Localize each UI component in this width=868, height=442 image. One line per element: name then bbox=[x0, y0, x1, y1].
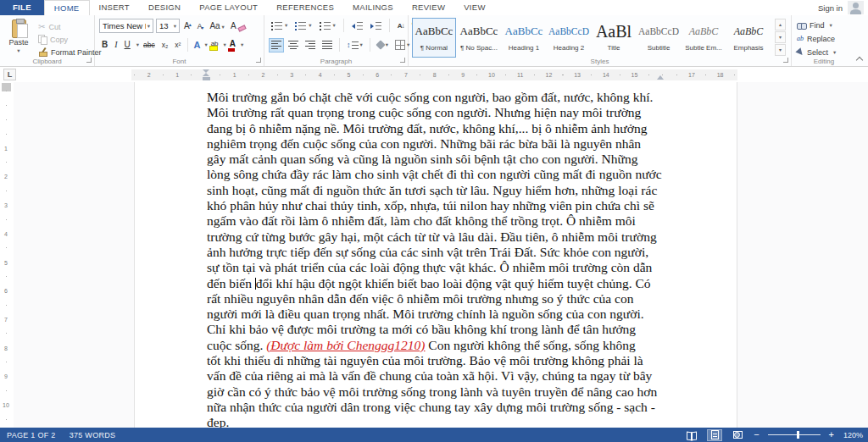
clipboard-dialog-launcher[interactable] bbox=[86, 58, 92, 63]
text-line[interactable]: tốt khi thiếu đi những tài nguyên của mô… bbox=[207, 353, 671, 368]
increase-indent-button[interactable] bbox=[368, 19, 384, 33]
line-spacing-button[interactable]: ↕▾ bbox=[344, 38, 365, 52]
styles-scroll-up-button[interactable]: ▴ bbox=[775, 19, 786, 30]
style-normal[interactable]: AaBbCc¶ Normal bbox=[412, 18, 456, 58]
text-line[interactable]: đến biến đổi khí hậu đột ngột khiến biết… bbox=[207, 276, 671, 291]
multilevel-list-button[interactable]: ▾ bbox=[317, 19, 338, 33]
grow-font-button[interactable]: A▴ bbox=[182, 20, 193, 31]
sort-button[interactable]: A↓ bbox=[395, 19, 407, 32]
replace-button[interactable]: ab Replace bbox=[797, 32, 836, 45]
align-right-button[interactable] bbox=[303, 38, 318, 52]
subscript-button[interactable]: x₂ bbox=[159, 39, 171, 51]
document-text[interactable]: Môi trường gắn bó chặt chẽ với cuộc sống… bbox=[207, 90, 671, 428]
font-dialog-launcher[interactable] bbox=[256, 58, 261, 63]
strikethrough-button[interactable]: abc bbox=[141, 39, 158, 51]
paste-dropdown-icon[interactable]: ▾ bbox=[17, 47, 19, 54]
tab-review[interactable]: REVIEW bbox=[403, 0, 454, 15]
bullets-button[interactable]: ▾ bbox=[269, 19, 290, 33]
text-line[interactable]: Chỉ khi bảo vệ được môi trường ta mới có… bbox=[207, 322, 671, 337]
tab-page-layout[interactable]: PAGE LAYOUT bbox=[190, 0, 267, 15]
text-line[interactable]: giờ cần có ý thức bảo vệ môi trường sống… bbox=[207, 384, 671, 400]
select-button[interactable]: Select ▾ bbox=[797, 46, 836, 58]
copy-button[interactable]: Copy bbox=[38, 33, 102, 46]
styles-scroll-down-button[interactable]: ▾ bbox=[775, 31, 786, 43]
text-line[interactable]: nghiêm trọng đến cuộc sống của con người… bbox=[207, 136, 671, 152]
styles-more-button[interactable]: ▾ bbox=[775, 44, 786, 56]
tab-selector[interactable]: L bbox=[3, 69, 16, 80]
bold-button[interactable]: B bbox=[99, 39, 110, 51]
print-layout-button[interactable] bbox=[707, 429, 722, 441]
text-line[interactable]: vấn đề của riêng ai mà là vấn đề chung c… bbox=[207, 368, 671, 384]
font-size-combo[interactable]: 13 ▾ bbox=[156, 19, 180, 33]
font-family-combo[interactable]: Times New Ro ▾ bbox=[99, 19, 153, 33]
numbering-button[interactable]: ▾ bbox=[292, 19, 314, 33]
justify-button[interactable] bbox=[320, 38, 335, 52]
tab-design[interactable]: DESIGN bbox=[139, 0, 190, 15]
text-line[interactable]: trường cứ từng bước gây hại, một cách từ… bbox=[207, 229, 671, 245]
cut-button[interactable]: ✂ Cut bbox=[38, 20, 102, 33]
user-avatar-icon[interactable] bbox=[848, 1, 864, 14]
text-line[interactable]: cuộc sống. (Được làm bởi Chenggg1210) Co… bbox=[207, 338, 671, 353]
text-line[interactable]: lòng sông chứa đầy rác làm cho sinh vật … bbox=[207, 167, 671, 182]
find-button[interactable]: Find ▾ bbox=[797, 19, 836, 31]
document-page[interactable]: Môi trường gắn bó chặt chẽ với cuộc sống… bbox=[134, 82, 737, 428]
clear-formatting-button[interactable]: A bbox=[229, 20, 248, 31]
text-line[interactable]: đẹp. bbox=[207, 415, 671, 428]
word-count[interactable]: 375 WORDS bbox=[70, 431, 116, 439]
tab-file[interactable]: FILE bbox=[0, 0, 44, 15]
styles-dialog-launcher[interactable] bbox=[783, 58, 788, 63]
decrease-indent-button[interactable] bbox=[349, 19, 365, 33]
read-mode-button[interactable] bbox=[684, 429, 699, 441]
style-heading-1[interactable]: AaBbCcHeading 1 bbox=[502, 18, 546, 58]
web-layout-button[interactable] bbox=[730, 429, 745, 441]
paragraph-dialog-launcher[interactable] bbox=[400, 58, 405, 63]
paste-button[interactable]: Paste ▾ bbox=[3, 18, 35, 58]
page-indicator[interactable]: PAGE 1 OF 2 bbox=[7, 431, 56, 439]
style-no-spac[interactable]: AaBbCc¶ No Spac... bbox=[457, 18, 501, 58]
tab-insert[interactable]: INSERT bbox=[90, 0, 139, 15]
style-subtitle[interactable]: AaBbCcDSubtitle bbox=[637, 18, 681, 58]
tab-mailings[interactable]: MAILINGS bbox=[343, 0, 403, 15]
zoom-in-button[interactable]: + bbox=[828, 430, 835, 439]
tab-references[interactable]: REFERENCES bbox=[267, 0, 343, 15]
sign-in-link[interactable]: Sign in bbox=[818, 3, 843, 13]
text-effects-button[interactable]: A bbox=[192, 40, 201, 50]
align-left-button[interactable] bbox=[269, 38, 284, 52]
text-line[interactable]: khó phân hủy như chai thủy tinh, xốp, nh… bbox=[207, 198, 671, 213]
text-line[interactable]: sự tồn tại và phát triển của các loài độ… bbox=[207, 260, 671, 275]
left-indent-marker[interactable] bbox=[203, 69, 210, 80]
text-line[interactable]: nữa nhận thức của người dân trong việc c… bbox=[207, 400, 671, 415]
text-line[interactable]: ảnh hưởng trực tiếp đến sự sống của các … bbox=[207, 245, 671, 260]
change-case-button[interactable]: Aa▾ bbox=[208, 20, 226, 31]
style-title[interactable]: AaBlTitle bbox=[592, 18, 636, 58]
collapse-ribbon-button[interactable] bbox=[855, 54, 864, 63]
zoom-slider[interactable] bbox=[768, 434, 821, 435]
underline-button[interactable]: U bbox=[122, 39, 133, 51]
text-line[interactable]: ngấm vào đất rồi làm ô nhiễm đất, làm ch… bbox=[207, 213, 671, 229]
align-center-button[interactable] bbox=[286, 38, 301, 52]
zoom-level[interactable]: 120% bbox=[843, 431, 863, 439]
text-line[interactable]: người mới là điều quan trọng nhất. Môi t… bbox=[207, 307, 671, 322]
text-line[interactable]: rất nhiều nguyên nhân dẫn đến việc ô nhi… bbox=[207, 291, 671, 307]
zoom-out-button[interactable]: − bbox=[753, 430, 760, 439]
highlight-button[interactable]: ab bbox=[209, 40, 220, 51]
font-color-button[interactable]: A bbox=[228, 39, 237, 52]
style-subtle-em[interactable]: AaBbCSubtle Em... bbox=[682, 18, 726, 58]
style-emphasis[interactable]: AaBbCEmphasis bbox=[726, 18, 771, 58]
style-heading-2[interactable]: AaBbCcDHeading 2 bbox=[547, 18, 591, 58]
text-line[interactable]: gây mất cảnh quan sống và cũng là nguồn … bbox=[207, 152, 671, 167]
superscript-button[interactable]: x² bbox=[172, 39, 183, 51]
italic-button[interactable]: I bbox=[112, 39, 120, 51]
text-line[interactable]: Môi trường gắn bó chặt chẽ với cuộc sống… bbox=[207, 90, 671, 105]
zoom-slider-thumb[interactable] bbox=[797, 431, 799, 439]
underline-dropdown-icon[interactable]: ▾ bbox=[136, 41, 139, 48]
shading-button[interactable]: ▾ bbox=[375, 39, 391, 51]
tab-view[interactable]: VIEW bbox=[454, 0, 494, 15]
text-line[interactable]: Môi trường rất quan trọng trong cuộc sốn… bbox=[207, 105, 671, 120]
format-painter-button[interactable]: Format Painter bbox=[38, 46, 102, 58]
text-line[interactable]: đang bị ô nhiễm nặng nề. Môi trường đất,… bbox=[207, 121, 671, 136]
right-indent-marker[interactable] bbox=[657, 75, 664, 80]
text-line[interactable]: sinh hoạt, cũng mất đi nguồn thức ăn tươ… bbox=[207, 183, 671, 198]
shrink-font-button[interactable]: A▾ bbox=[196, 21, 206, 31]
tab-home[interactable]: HOME bbox=[44, 0, 90, 15]
